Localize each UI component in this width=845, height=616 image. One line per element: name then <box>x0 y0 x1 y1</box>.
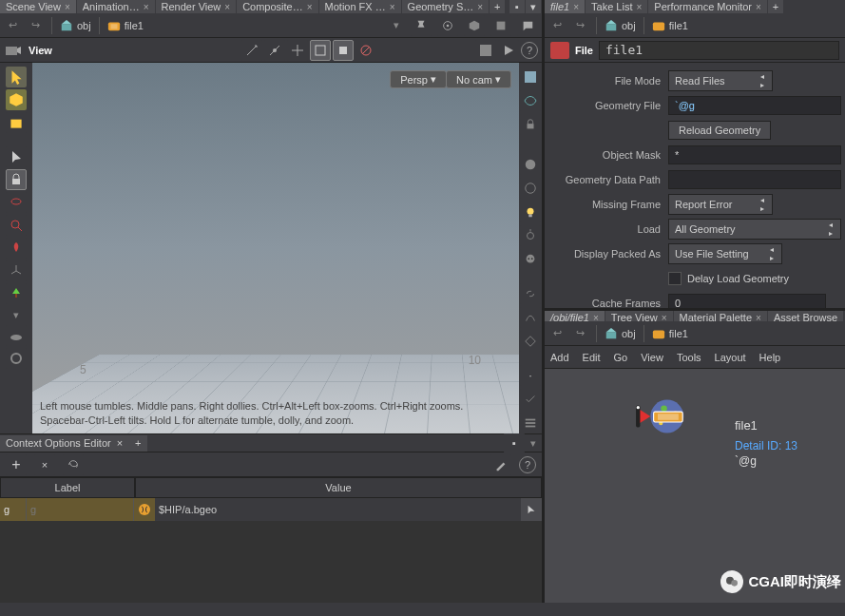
add-icon[interactable]: + <box>6 454 27 475</box>
expr-icon[interactable] <box>134 498 155 521</box>
axes-icon[interactable] <box>6 260 27 281</box>
pointer-icon[interactable] <box>6 146 27 167</box>
path-seg-obj[interactable]: obj <box>60 19 91 32</box>
back-arrow-icon[interactable]: ↩ <box>4 17 21 34</box>
close-icon[interactable]: × <box>65 2 70 12</box>
menu-layout[interactable]: Layout <box>715 352 746 363</box>
back-arrow-icon[interactable]: ↩ <box>548 325 566 342</box>
lock-icon[interactable] <box>6 169 27 190</box>
close-icon[interactable]: × <box>307 2 313 12</box>
cache-input[interactable] <box>668 294 826 308</box>
tab-perf-monitor[interactable]: Performance Monitor× <box>648 0 767 13</box>
viewport[interactable]: 5 10 Persp▾ No cam▾ Left mouse tumbles. … <box>32 63 519 433</box>
forward-arrow-icon[interactable]: ↪ <box>571 325 588 342</box>
close-icon[interactable]: × <box>117 437 123 449</box>
node-name-input[interactable] <box>599 41 839 60</box>
sphere-shade-icon[interactable] <box>520 154 541 175</box>
load-dropdown[interactable]: All Geometry <box>668 219 841 240</box>
delay-checkbox[interactable] <box>668 272 682 285</box>
delete-icon[interactable]: × <box>34 454 55 475</box>
chevron-down-icon[interactable]: ▾ <box>526 0 541 13</box>
skull-icon[interactable] <box>520 249 541 270</box>
tab-render-view[interactable]: Render View× <box>156 0 237 13</box>
link-icon[interactable] <box>520 283 541 304</box>
persp-dropdown[interactable]: Persp▾ <box>390 70 447 88</box>
row-key[interactable]: g <box>0 498 27 521</box>
file-mode-dropdown[interactable]: Read Files <box>668 70 773 91</box>
tab-context-options[interactable]: Context Options Editor× <box>0 435 128 452</box>
snap-grid-icon[interactable] <box>287 40 308 61</box>
no-icon[interactable] <box>355 40 376 61</box>
cube-tool-icon[interactable] <box>6 89 27 110</box>
file-node[interactable] <box>635 390 692 443</box>
pane-menu-icon[interactable]: ▪ <box>504 433 525 453</box>
path-seg-file1[interactable]: file1 <box>652 327 688 340</box>
back-arrow-icon[interactable]: ↩ <box>548 17 566 34</box>
menu-help[interactable]: Help <box>759 352 781 363</box>
path-seg-file1[interactable]: file1 <box>107 19 144 32</box>
chat-icon[interactable] <box>517 15 538 36</box>
menu-add[interactable]: Add <box>550 352 569 363</box>
help-icon[interactable]: ? <box>519 456 536 473</box>
ring-icon[interactable] <box>6 348 27 369</box>
picker-icon[interactable] <box>521 498 542 521</box>
close-icon[interactable]: × <box>144 2 149 12</box>
table-row[interactable]: g g $HIP/a.bgeo <box>0 498 542 521</box>
geom-file-input[interactable] <box>668 96 841 115</box>
col-value[interactable]: Value <box>135 477 542 498</box>
data-path-input[interactable] <box>668 170 841 189</box>
frame-icon[interactable] <box>333 40 354 61</box>
lock2-icon[interactable] <box>520 114 541 135</box>
network-view[interactable]: file1 Detail ID: 13 `@g CGAI即时演绎 <box>545 369 845 603</box>
new-tab-button[interactable]: + <box>768 0 783 13</box>
snap-point-icon[interactable] <box>241 40 262 61</box>
display-opts-icon[interactable] <box>475 40 496 61</box>
col-label[interactable]: Label <box>0 477 135 498</box>
camera-dropdown[interactable]: No cam▾ <box>446 70 511 88</box>
tab-motion-fx[interactable]: Motion FX …× <box>319 0 401 13</box>
pane-menu-icon[interactable]: ▪ <box>509 0 525 13</box>
row-value[interactable]: $HIP/a.bgeo <box>155 498 521 521</box>
menu-edit[interactable]: Edit <box>583 352 601 363</box>
close-icon[interactable]: × <box>477 2 483 12</box>
close-icon[interactable]: × <box>573 2 579 12</box>
dot-icon[interactable]: · <box>520 365 541 386</box>
packed-dropdown[interactable]: Use File Setting <box>668 243 782 264</box>
tree-icon[interactable] <box>6 283 27 304</box>
forward-arrow-icon[interactable]: ↪ <box>27 17 44 34</box>
edit-icon[interactable] <box>490 454 511 475</box>
snap-edge-icon[interactable] <box>264 40 285 61</box>
box-tool-icon[interactable] <box>6 112 27 133</box>
menu-tools[interactable]: Tools <box>677 352 701 363</box>
refresh-icon[interactable] <box>63 454 84 475</box>
tab-take-list[interactable]: Take List× <box>586 0 647 13</box>
missing-frame-dropdown[interactable]: Report Error <box>668 194 773 215</box>
tab-file1[interactable]: file1× <box>545 0 585 13</box>
target-icon[interactable] <box>437 15 458 36</box>
settings-icon[interactable] <box>520 413 541 433</box>
bulb-icon[interactable] <box>520 225 541 246</box>
close-icon[interactable]: × <box>756 2 761 12</box>
chevron-down-icon[interactable]: ▾ <box>388 17 405 34</box>
close-icon[interactable]: × <box>224 2 230 12</box>
close-icon[interactable]: × <box>390 2 395 12</box>
wire-icon[interactable] <box>520 90 541 111</box>
rocket-icon[interactable] <box>6 238 27 259</box>
help-icon[interactable]: ? <box>521 42 538 59</box>
shade-icon[interactable] <box>520 67 541 87</box>
new-tab-button[interactable]: + <box>128 435 147 452</box>
reload-button[interactable]: Reload Geometry <box>668 121 771 140</box>
path-seg-file1[interactable]: file1 <box>652 19 688 32</box>
new-tab-button[interactable]: + <box>490 0 505 13</box>
menu-go[interactable]: Go <box>614 352 628 363</box>
tab-animation[interactable]: Animation…× <box>77 0 155 13</box>
curve-icon[interactable] <box>520 307 541 328</box>
more-down-icon[interactable]: ▾ <box>8 306 25 323</box>
disc-icon[interactable] <box>6 325 27 346</box>
select-tool-icon[interactable] <box>6 67 27 87</box>
chevron-down-icon[interactable]: ▾ <box>525 434 542 452</box>
poly-icon[interactable] <box>520 331 541 352</box>
menu-view[interactable]: View <box>641 352 663 363</box>
cube-icon[interactable] <box>464 15 485 36</box>
close-icon[interactable]: × <box>636 2 642 12</box>
